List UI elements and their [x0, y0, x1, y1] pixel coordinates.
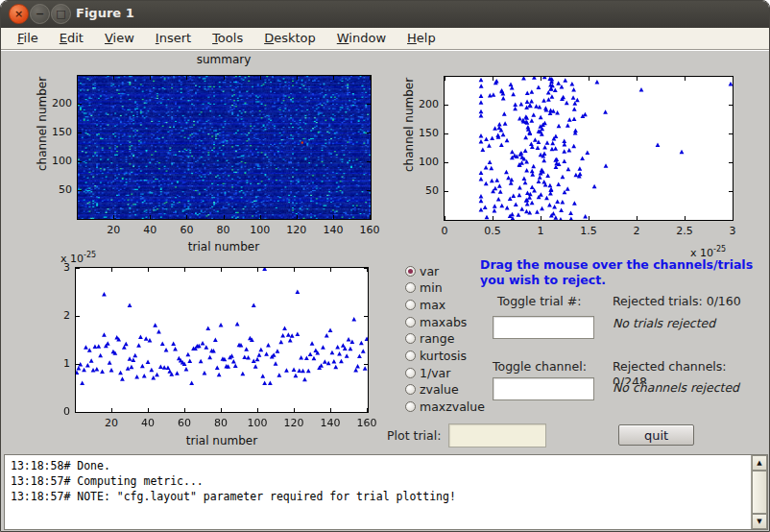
radio-label: min — [420, 280, 443, 295]
y-tick-label: 100 — [410, 156, 439, 168]
radio-circle-icon[interactable] — [405, 317, 416, 327]
y-tick-label: 150 — [410, 127, 439, 139]
x-tick-label: 2.5 — [668, 225, 701, 237]
heatmap-title: summary — [147, 53, 301, 66]
toggle-channel-label: Toggle channel: — [493, 359, 587, 374]
menu-window[interactable]: Window — [326, 29, 397, 48]
summary-heatmap[interactable] — [77, 75, 372, 220]
radio-circle-icon[interactable] — [405, 401, 416, 412]
maximize-icon: □ — [52, 5, 70, 23]
figure-window: × − □ Figure 1 FileEditViewInsertToolsDe… — [0, 0, 770, 532]
scroll-thumb[interactable] — [752, 471, 767, 514]
x-tick-label: 0 — [428, 225, 461, 237]
trial-scatter[interactable] — [75, 267, 369, 413]
minimize-button[interactable]: − — [30, 4, 50, 24]
y-tick-label: 150 — [43, 126, 72, 138]
menu-tools[interactable]: Tools — [202, 29, 253, 48]
radio-maxabs[interactable]: maxabs — [405, 315, 467, 328]
radio-circle-icon[interactable] — [405, 266, 416, 277]
menu-help[interactable]: Help — [397, 29, 446, 48]
channel-scatter[interactable] — [444, 76, 734, 221]
radio-min[interactable]: min — [405, 281, 443, 295]
x-tick-label: 2 — [620, 225, 653, 237]
log-line: 13:18:57# Computing metric... — [5, 473, 767, 489]
toggle-trial-input[interactable] — [493, 316, 594, 339]
y-tick-label: 200 — [43, 97, 72, 109]
y-tick-label: 200 — [410, 98, 439, 110]
radio-label: max — [420, 298, 445, 312]
window-title: Figure 1 — [76, 6, 134, 20]
scroll-up-icon: ▲ — [757, 459, 761, 467]
y-tick-label: 0 — [41, 405, 70, 418]
menu-desktop[interactable]: Desktop — [253, 29, 326, 48]
scroll-up-button[interactable]: ▲ — [752, 455, 767, 471]
x-tick-label: 140 — [317, 224, 349, 236]
radio-label: zvalue — [420, 382, 459, 397]
radio-circle-icon[interactable] — [405, 300, 416, 310]
log-listbox[interactable]: 13:18:58# Done.13:18:57# Computing metri… — [4, 454, 768, 530]
log-scrollbar[interactable]: ▲ ▼ — [751, 455, 767, 529]
instruction-text: Drag the mouse over the channels/trials … — [480, 257, 764, 288]
scroll-down-icon: ▼ — [757, 518, 761, 525]
close-button[interactable]: × — [9, 4, 29, 24]
x-tick-label: 60 — [168, 417, 201, 429]
log-line: 13:18:57# NOTE: "cfg.layout" parameter r… — [5, 489, 767, 504]
radio-maxzvalue[interactable]: maxzvalue — [405, 400, 485, 414]
y-tick-label: 100 — [43, 155, 72, 167]
y-tick-label: 50 — [43, 183, 72, 196]
radio-circle-icon[interactable] — [405, 333, 416, 344]
menu-edit[interactable]: Edit — [49, 29, 94, 48]
menu-file[interactable]: File — [7, 29, 49, 48]
y-tick-label: 50 — [410, 184, 439, 197]
x-tick-label: 1.5 — [572, 225, 605, 237]
radio-kurtosis[interactable]: kurtosis — [405, 350, 467, 363]
titlebar[interactable]: × − □ Figure 1 — [1, 1, 769, 29]
x-tick-label: 20 — [95, 417, 128, 429]
radio-circle-icon[interactable] — [405, 368, 416, 378]
x-tick-label: 100 — [241, 417, 274, 429]
maximize-button[interactable]: □ — [51, 4, 71, 24]
minimize-icon: − — [31, 5, 49, 23]
radio-label: maxzvalue — [420, 399, 485, 414]
y-tick-label: 1 — [41, 357, 70, 370]
radio-zvalue[interactable]: zvalue — [405, 383, 459, 397]
x-tick-label: 120 — [277, 417, 310, 429]
radio-label: kurtosis — [420, 349, 467, 363]
plot-trial-input[interactable] — [448, 423, 546, 447]
trial-scatter-xlabel: trial number — [143, 434, 301, 447]
quit-button[interactable]: quit — [618, 424, 694, 446]
radio-var[interactable]: var — [405, 264, 439, 278]
x-tick-label: 40 — [133, 224, 166, 236]
heatmap-xlabel: trial number — [145, 240, 302, 254]
toggle-channel-input[interactable] — [493, 377, 594, 400]
plot-trial-label: Plot trial: — [387, 428, 441, 443]
no-channels-rejected-text: No channels rejected — [613, 380, 739, 395]
radio-range[interactable]: range — [405, 332, 454, 346]
radio-max[interactable]: max — [405, 298, 445, 311]
radio-circle-icon[interactable] — [405, 282, 416, 293]
radio-label: range — [420, 331, 454, 346]
x-tick-label: 40 — [132, 417, 164, 429]
radio-label: maxabs — [420, 315, 467, 329]
x-tick-label: 160 — [350, 417, 383, 429]
close-icon: × — [10, 5, 28, 23]
x-tick-label: 160 — [353, 224, 386, 236]
x-tick-label: 80 — [207, 224, 240, 236]
radio-circle-icon[interactable] — [405, 384, 416, 395]
radio-circle-icon[interactable] — [405, 351, 416, 361]
menu-insert[interactable]: Insert — [145, 29, 202, 48]
x-tick-label: 100 — [244, 224, 277, 236]
toggle-trial-label: Toggle trial #: — [497, 294, 581, 308]
radio-label: 1/var — [420, 366, 450, 380]
radio-1-var[interactable]: 1/var — [405, 366, 450, 379]
y-tick-label: 3 — [41, 261, 70, 274]
no-trials-rejected-text: No trials rejected — [613, 316, 715, 330]
rejected-channels-text: Rejected channels: — [613, 359, 727, 374]
rejected-trials-text: Rejected trials: 0/160 — [613, 294, 741, 308]
x-tick-label: 0.5 — [476, 225, 509, 237]
y-tick-label: 2 — [41, 309, 70, 322]
x-tick-label: 60 — [170, 224, 203, 236]
x-tick-label: 3 — [716, 225, 749, 237]
menu-view[interactable]: View — [94, 29, 145, 48]
scroll-down-button[interactable]: ▼ — [752, 514, 767, 529]
